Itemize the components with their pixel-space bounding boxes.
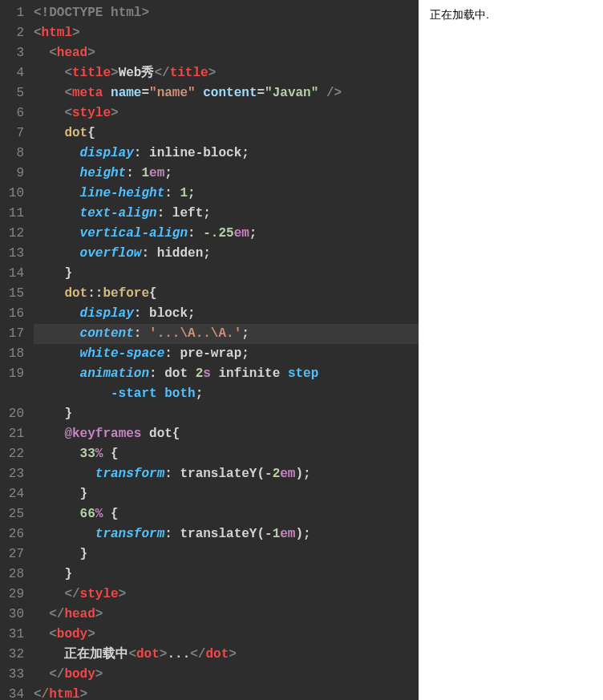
line-number: 6 [0, 103, 24, 123]
line-number: 17 [0, 324, 24, 344]
line-number: 30 [0, 605, 24, 625]
code-token: ; [249, 226, 257, 241]
code-token: : [164, 186, 180, 200]
code-token: both [164, 386, 195, 401]
code-line[interactable]: } [34, 544, 419, 564]
code-token: -1 [265, 527, 280, 541]
code-line[interactable]: 正在加载中<dot>...</dot> [34, 645, 419, 665]
code-line[interactable]: line-height: 1; [34, 184, 419, 204]
code-token: < [49, 46, 57, 60]
code-line[interactable]: </html> [34, 685, 419, 700]
line-number [0, 384, 24, 404]
code-token: "name" [149, 86, 196, 100]
code-token: = [257, 86, 265, 100]
code-area[interactable]: <!DOCTYPE html><html> <head> <title>Web秀… [32, 0, 419, 700]
code-token: transform [95, 467, 164, 481]
code-token: pre-wrap [180, 346, 241, 361]
code-token: <! [34, 6, 49, 20]
line-number: 22 [0, 444, 24, 464]
code-line[interactable]: <head> [34, 43, 419, 63]
code-line[interactable]: 33% { [34, 444, 419, 464]
line-number: 33 [0, 665, 24, 685]
code-token: dot [64, 286, 87, 301]
code-token: name [111, 86, 141, 100]
code-line[interactable]: } [34, 564, 419, 585]
line-number: 4 [0, 63, 24, 83]
code-token: } [64, 266, 72, 281]
code-line[interactable]: } [34, 484, 419, 504]
code-line[interactable]: dot{ [34, 123, 419, 144]
code-line[interactable]: </style> [34, 585, 419, 605]
code-token: dot [136, 647, 160, 662]
code-token: : [141, 246, 156, 261]
code-line[interactable]: -start both; [34, 384, 419, 404]
code-editor-pane[interactable]: 1234567891011121314151617181920212223242… [0, 0, 419, 700]
code-token: meta [72, 86, 103, 100]
code-token: > [95, 667, 103, 682]
code-token [103, 86, 111, 100]
line-number: 18 [0, 344, 24, 364]
code-token: ); [295, 527, 310, 541]
code-line[interactable]: } [34, 264, 419, 284]
code-token: content [80, 326, 134, 341]
line-number: 21 [0, 424, 24, 444]
code-line[interactable]: <!DOCTYPE html> [34, 3, 419, 23]
code-line[interactable]: overflow: hidden; [34, 244, 419, 264]
code-token: s [203, 366, 211, 381]
code-token: } [80, 547, 88, 561]
code-line[interactable]: <meta name="name" content="Javan" /> [34, 83, 419, 103]
code-token: 2 [196, 366, 204, 381]
code-token: > [119, 587, 127, 601]
code-line[interactable]: display: inline-block; [34, 144, 419, 164]
code-token: head [57, 46, 87, 60]
code-token: </ [154, 66, 169, 80]
code-token: 正在加载中 [64, 647, 128, 662]
code-token: ; [188, 306, 196, 321]
code-token: body [64, 667, 95, 682]
code-token: ; [188, 186, 196, 200]
code-token: -2 [265, 467, 280, 481]
code-token: > [72, 26, 80, 40]
line-number: 2 [0, 23, 24, 43]
line-number: 28 [0, 564, 24, 585]
code-line[interactable]: <body> [34, 625, 419, 645]
line-number: 12 [0, 224, 24, 244]
code-token: < [34, 26, 42, 40]
code-line[interactable]: <style> [34, 103, 419, 123]
code-token: : [188, 226, 203, 241]
code-line[interactable]: content: '...\A..\A.'; [34, 324, 419, 344]
code-line[interactable]: dot::before{ [34, 284, 419, 304]
code-line[interactable]: display: block; [34, 304, 419, 324]
line-number: 29 [0, 585, 24, 605]
code-line[interactable]: <title>Web秀</title> [34, 63, 419, 83]
line-number: 1 [0, 3, 24, 23]
code-line[interactable]: height: 1em; [34, 164, 419, 184]
code-line[interactable]: 66% { [34, 504, 419, 524]
code-line[interactable]: } [34, 404, 419, 424]
code-line[interactable]: text-align: left; [34, 204, 419, 224]
line-number: 26 [0, 524, 24, 544]
code-line[interactable]: white-space: pre-wrap; [34, 344, 419, 364]
code-token: </ [34, 687, 49, 700]
code-token: { [87, 126, 95, 140]
code-token: { [103, 447, 118, 461]
code-line[interactable]: animation: dot 2s infinite step [34, 364, 419, 384]
code-token: style [72, 106, 111, 120]
code-token: ; [203, 246, 211, 261]
code-token: < [49, 627, 57, 641]
code-line[interactable]: </head> [34, 605, 419, 625]
code-token: inline-block [149, 146, 241, 160]
code-token: transform [95, 527, 164, 541]
code-token: html [42, 26, 72, 40]
code-line[interactable]: transform: translateY(-2em); [34, 464, 419, 484]
code-line[interactable]: transform: translateY(-1em); [34, 524, 419, 544]
line-number: 10 [0, 184, 24, 204]
code-line[interactable]: </body> [34, 665, 419, 685]
code-token: dot [64, 126, 87, 140]
code-line[interactable]: @keyframes dot{ [34, 424, 419, 444]
code-line[interactable]: <html> [34, 23, 419, 43]
code-line[interactable]: vertical-align: -.25em; [34, 224, 419, 244]
code-token: block [149, 306, 188, 321]
code-token: display [80, 306, 134, 321]
code-token: -start [111, 386, 157, 401]
